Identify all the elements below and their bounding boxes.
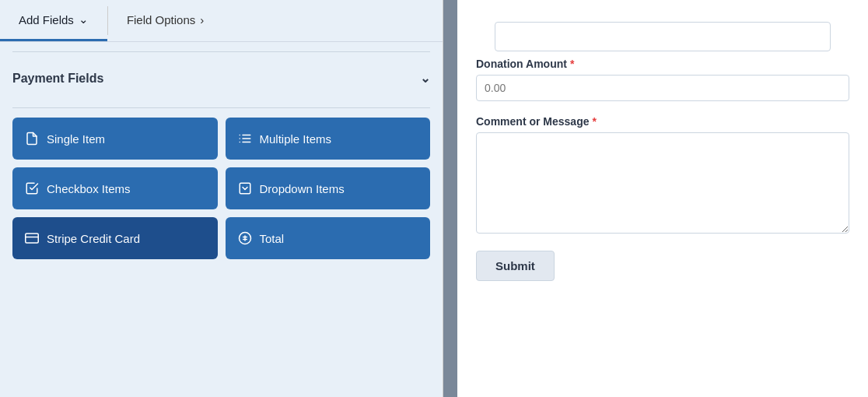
comment-group: Comment or Message * [476,115,849,237]
top-input-container [476,12,849,51]
tab-add-fields[interactable]: Add Fields ⌄ [0,0,107,41]
donation-required-star: * [570,58,574,70]
tabs-bar: Add Fields ⌄ Field Options › [0,0,443,42]
multiple-items-button[interactable]: Multiple Items [226,118,431,160]
file-icon [25,132,39,146]
svg-rect-6 [240,183,250,194]
donation-amount-input[interactable] [476,75,849,101]
donation-amount-group: Donation Amount * [476,58,849,101]
right-panel: Donation Amount * Comment or Message * S… [457,0,868,397]
payment-fields-header[interactable]: Payment Fields ⌄ [12,61,430,98]
donation-amount-label-container: Donation Amount * [476,58,849,70]
total-label: Total [260,232,285,245]
top-empty-input[interactable] [495,22,831,51]
section-divider-bottom [12,107,430,108]
submit-group: Submit [476,251,849,281]
checkbox-icon [25,181,39,195]
checkbox-items-button[interactable]: Checkbox Items [12,167,218,209]
submit-button[interactable]: Submit [476,251,555,281]
comment-label-container: Comment or Message * [476,115,849,128]
comment-required-star: * [592,115,596,128]
single-item-label: Single Item [47,132,105,146]
stripe-credit-card-label: Stripe Credit Card [47,232,140,245]
comment-textarea[interactable] [476,132,849,234]
comment-label: Comment or Message [476,115,589,128]
single-item-button[interactable]: Single Item [12,118,218,160]
multiple-items-label: Multiple Items [260,132,332,146]
submit-label: Submit [495,259,535,272]
stripe-credit-card-button[interactable]: Stripe Credit Card [12,217,218,259]
left-panel: Add Fields ⌄ Field Options › Payment Fie… [0,0,443,397]
svg-rect-7 [26,234,39,243]
checkbox-items-label: Checkbox Items [47,182,131,195]
payment-fields-title: Payment Fields [12,72,103,86]
panel-divider [443,0,457,397]
dropdown-icon [238,181,252,195]
panel-content: Payment Fields ⌄ Single Item [0,42,443,397]
chevron-right-icon: › [200,13,204,26]
dropdown-items-label: Dropdown Items [260,182,345,195]
tab-field-options-label: Field Options [127,13,195,26]
dropdown-items-button[interactable]: Dropdown Items [226,167,431,209]
dollar-icon [238,231,252,245]
chevron-down-icon-section: ⌄ [420,71,430,86]
list-icon [238,132,252,146]
fields-grid: Single Item Multiple Items [12,118,430,259]
form-area: Donation Amount * Comment or Message * S… [457,0,868,397]
tab-add-fields-label: Add Fields [19,13,74,26]
total-button[interactable]: Total [226,217,431,259]
section-divider-top [12,51,430,52]
donation-amount-label: Donation Amount [476,58,567,70]
tab-field-options[interactable]: Field Options › [108,0,222,41]
credit-card-icon [25,231,39,245]
chevron-down-icon: ⌄ [79,12,89,26]
